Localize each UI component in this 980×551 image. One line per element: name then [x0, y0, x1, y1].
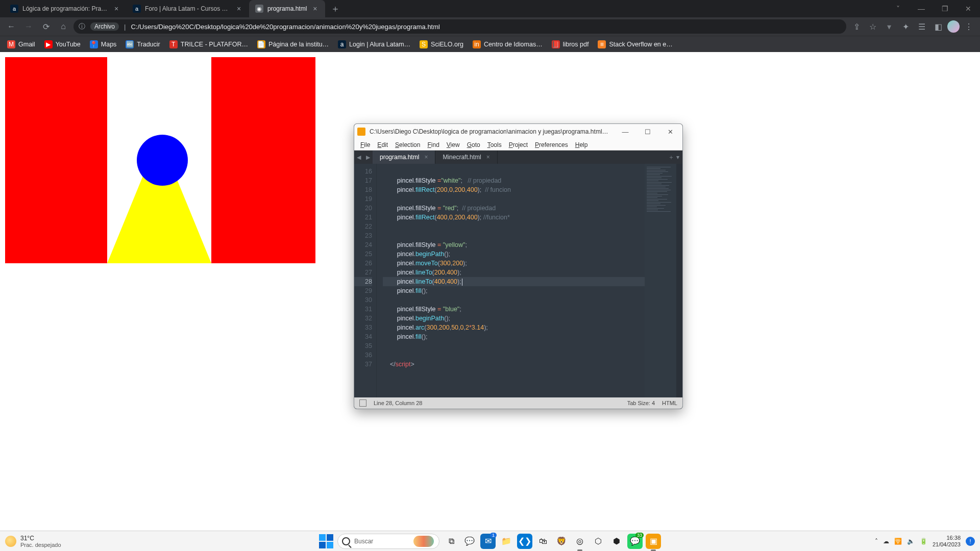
gutter-line[interactable]: 30: [354, 295, 372, 305]
forward-button[interactable]: →: [21, 19, 36, 34]
code-area[interactable]: pincel.fillStyle ="white"; // propiedad …: [377, 164, 645, 397]
reload-button[interactable]: ⟳: [39, 19, 53, 34]
menu-goto[interactable]: Goto: [464, 140, 483, 149]
reading-list-icon[interactable]: ☰: [915, 19, 929, 34]
bookmark-star-icon[interactable]: ☆: [866, 19, 880, 34]
gutter-line[interactable]: 25: [354, 249, 372, 259]
editor-tab-close-icon[interactable]: ×: [424, 154, 428, 161]
gutter-line[interactable]: 35: [354, 341, 372, 350]
taskbar-search[interactable]: Buscar: [337, 534, 439, 549]
back-button[interactable]: ←: [4, 19, 18, 34]
bookmark-9[interactable]: 📕libros pdf: [552, 40, 589, 48]
gutter-line[interactable]: 33: [354, 323, 372, 332]
browser-tab-1[interactable]: aForo | Alura Latam - Cursos onlin…×: [127, 0, 249, 17]
taskbar-store-icon[interactable]: 🛍: [535, 534, 551, 549]
taskbar-whatsapp-icon[interactable]: 💬33: [627, 534, 643, 549]
minimize-icon[interactable]: —: [910, 0, 933, 17]
tray-volume-icon[interactable]: 🔈: [907, 538, 915, 545]
sublime-close-icon[interactable]: ✕: [661, 124, 679, 139]
taskbar-cube-icon[interactable]: ⬢: [609, 534, 624, 549]
side-panel-icon[interactable]: ◧: [931, 19, 945, 34]
notification-badge-icon[interactable]: !: [966, 537, 975, 546]
code-line-16[interactable]: [383, 167, 645, 176]
code-line-30[interactable]: [383, 295, 645, 305]
extension-icon[interactable]: ▾: [882, 19, 896, 34]
tray-wifi-icon[interactable]: 🛜: [894, 538, 902, 545]
scrollbar[interactable]: [676, 164, 682, 397]
code-line-35[interactable]: [383, 341, 645, 350]
menu-file[interactable]: File: [357, 140, 373, 149]
bookmark-7[interactable]: SSciELO.org: [420, 40, 463, 48]
taskbar-clock[interactable]: 16:38 21/04/2023: [933, 535, 961, 548]
code-line-19[interactable]: [383, 194, 645, 204]
gutter-line[interactable]: 21: [354, 213, 372, 222]
bookmark-3[interactable]: 🔤Traducir: [126, 40, 160, 48]
taskbar-mail-icon[interactable]: ✉1: [480, 534, 496, 549]
minimap[interactable]: [645, 164, 676, 397]
code-line-36[interactable]: [383, 350, 645, 360]
gutter-line[interactable]: 17: [354, 176, 372, 185]
bookmark-10[interactable]: ≡Stack Overflow en e…: [598, 40, 672, 48]
taskbar-vscode-icon[interactable]: ❮❯: [517, 534, 532, 549]
tab-close-icon[interactable]: ×: [311, 5, 319, 13]
taskbar-explorer-icon[interactable]: 📁: [499, 534, 514, 549]
gutter-line[interactable]: 36: [354, 350, 372, 360]
code-line-18[interactable]: pincel.fillRect(200,0,200,400); // funci…: [383, 185, 645, 194]
gutter-line[interactable]: 32: [354, 314, 372, 323]
gutter-line[interactable]: 16: [354, 167, 372, 176]
status-position[interactable]: Line 28, Column 28: [374, 400, 422, 406]
bookmark-8[interactable]: inCentro de Idiomas…: [473, 40, 543, 48]
code-line-23[interactable]: [383, 231, 645, 240]
code-line-17[interactable]: pincel.fillStyle ="white"; // propiedad: [383, 176, 645, 185]
gutter-line[interactable]: 37: [354, 360, 372, 369]
code-line-32[interactable]: pincel.beginPath();: [383, 314, 645, 323]
tray-overflow-icon[interactable]: ˄: [875, 538, 878, 545]
taskbar-weather[interactable]: 31°C Prac. despejado: [5, 535, 61, 548]
maximize-icon[interactable]: ❐: [933, 0, 957, 17]
status-lang[interactable]: HTML: [662, 400, 677, 406]
gutter-line[interactable]: 24: [354, 240, 372, 249]
code-line-31[interactable]: pincel.fillStyle = "blue";: [383, 305, 645, 314]
taskbar-shield-icon[interactable]: ⬡: [591, 534, 606, 549]
code-line-33[interactable]: pincel.arc(300,200,50,0,2*3.14);: [383, 323, 645, 332]
profile-avatar[interactable]: [947, 20, 960, 33]
tab-prev-icon[interactable]: ◀: [354, 151, 363, 164]
address-bar[interactable]: ⓘ Archivo | C:/Users/Diego%20C/Desktop/l…: [74, 19, 846, 34]
code-line-21[interactable]: pincel.fillRect(400,0,200,400); //funcio…: [383, 213, 645, 222]
gutter-line[interactable]: 26: [354, 259, 372, 268]
home-button[interactable]: ⌂: [56, 19, 70, 34]
extensions-puzzle-icon[interactable]: ✦: [898, 19, 913, 34]
gutter-line[interactable]: 29: [354, 286, 372, 295]
site-info-icon[interactable]: ⓘ: [79, 22, 85, 31]
menu-project[interactable]: Project: [506, 140, 531, 149]
menu-icon[interactable]: ⋮: [962, 19, 976, 34]
taskbar-sublime-icon[interactable]: ▣: [646, 534, 661, 549]
sublime-titlebar[interactable]: C:\Users\Diego C\Desktop\logica de progr…: [354, 124, 682, 139]
gutter-line[interactable]: 27: [354, 268, 372, 277]
taskbar-brave-icon[interactable]: 🦁: [554, 534, 569, 549]
bookmark-1[interactable]: ▶YouTube: [44, 40, 81, 48]
chrome-down-icon[interactable]: ˅: [886, 0, 910, 17]
gutter-line[interactable]: 18: [354, 185, 372, 194]
bookmark-5[interactable]: 📄Página de la institu…: [257, 40, 329, 48]
taskbar-chrome-icon[interactable]: ◎: [572, 534, 587, 549]
code-line-34[interactable]: pincel.fill();: [383, 332, 645, 341]
menu-find[interactable]: Find: [424, 140, 442, 149]
tray-battery-icon[interactable]: 🔋: [920, 538, 927, 545]
status-panel-icon[interactable]: [359, 399, 366, 407]
gutter-line[interactable]: 28: [354, 277, 372, 286]
tab-close-icon[interactable]: ×: [112, 5, 120, 13]
menu-preferences[interactable]: Preferences: [532, 140, 571, 149]
code-line-25[interactable]: pincel.beginPath();: [383, 249, 645, 259]
tab-close-icon[interactable]: ×: [235, 5, 243, 13]
gutter-line[interactable]: 31: [354, 305, 372, 314]
gutter-line[interactable]: 20: [354, 204, 372, 213]
sublime-minimize-icon[interactable]: —: [616, 124, 634, 139]
gutter-line[interactable]: 19: [354, 194, 372, 204]
sublime-window[interactable]: C:\Users\Diego C\Desktop\logica de progr…: [354, 123, 683, 409]
bookmark-4[interactable]: TTRILCE - PLATAFOR…: [169, 40, 248, 48]
bookmark-2[interactable]: 📍Maps: [90, 40, 117, 48]
tab-next-icon[interactable]: ▶: [363, 151, 373, 164]
code-line-22[interactable]: [383, 222, 645, 231]
code-line-26[interactable]: pincel.moveTo(300,200);: [383, 259, 645, 268]
